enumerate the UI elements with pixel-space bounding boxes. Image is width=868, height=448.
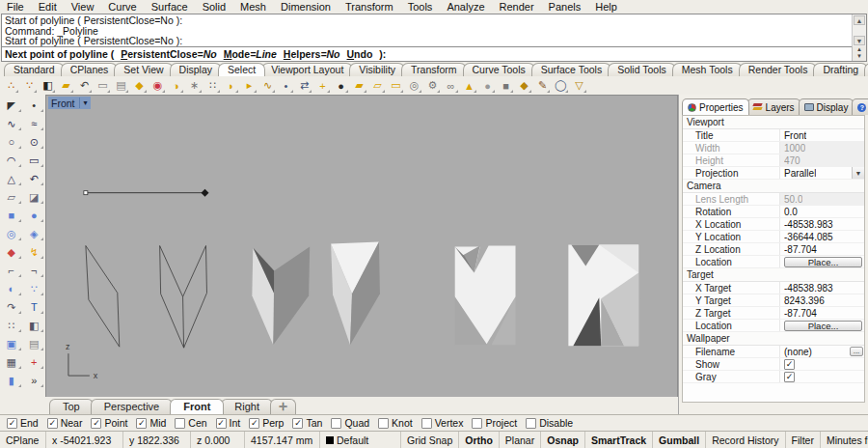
half-disc-icon[interactable]: ◗: [223, 78, 239, 94]
active-layer-selector[interactable]: Default: [320, 432, 401, 448]
toolbar-tab-visibility[interactable]: Visibility: [349, 63, 405, 76]
property-value[interactable]: Parallel▼: [779, 167, 864, 179]
toolbar-tab-standard[interactable]: Standard: [4, 63, 65, 76]
panel-tab-display[interactable]: Display: [799, 98, 854, 115]
prompt-option-label[interactable]: PersistentClose: [121, 48, 197, 60]
spinner-down-icon[interactable]: ▼: [853, 53, 866, 60]
control-curve-icon[interactable]: ≈: [23, 115, 46, 132]
solid-sphere-icon[interactable]: ●: [23, 207, 46, 224]
rectangle-icon[interactable]: ▭: [388, 78, 404, 94]
menu-item-surface[interactable]: Surface: [151, 1, 188, 13]
place-button[interactable]: Place...: [784, 257, 862, 267]
menu-item-solid[interactable]: Solid: [203, 1, 226, 13]
pipe-left-icon[interactable]: ⌐: [0, 262, 23, 279]
osnap-item-knot[interactable]: Knot: [378, 417, 413, 429]
rectangle-icon[interactable]: ▭: [23, 152, 46, 169]
shaded-view-icon[interactable]: ◑: [168, 78, 184, 94]
property-value[interactable]: -48538.983: [779, 218, 864, 230]
osnap-checkbox-quad[interactable]: [331, 418, 341, 429]
scroll-up-icon[interactable]: ▲: [854, 15, 865, 25]
property-value-text[interactable]: -48538.983: [784, 283, 833, 294]
checkbox[interactable]: ✓: [784, 359, 795, 370]
pipe-right-icon[interactable]: ¬: [23, 262, 46, 279]
prompt-option[interactable]: Mode=Line: [224, 48, 277, 60]
stack-icon[interactable]: ▤: [23, 335, 46, 352]
osnap-item-point[interactable]: ✓Point: [91, 417, 127, 429]
osnap-checkbox-cen[interactable]: [175, 418, 185, 429]
open-folder-icon[interactable]: ▰: [58, 78, 74, 94]
chevron-down-icon[interactable]: ▾: [84, 98, 88, 107]
osnap-item-end[interactable]: ✓End: [7, 417, 39, 429]
prompt-option[interactable]: PersistentClose=No: [121, 48, 217, 60]
command-prompt[interactable]: Next point of polyline (PersistentClose=…: [2, 46, 866, 61]
curve-arrow-icon[interactable]: ↷: [0, 298, 23, 316]
toggle-record-history[interactable]: Record History: [706, 432, 785, 448]
property-value-text[interactable]: -87.704: [784, 308, 817, 319]
toolbar-tab-transform[interactable]: Transform: [401, 63, 466, 76]
surface-sweep-icon[interactable]: ◪: [23, 188, 46, 206]
menu-item-edit[interactable]: Edit: [39, 1, 57, 13]
viewport-tab-perspective[interactable]: Perspective: [91, 399, 173, 414]
viewport-tab-front[interactable]: Front: [170, 399, 224, 414]
property-value-text[interactable]: 8243.396: [784, 295, 825, 306]
arc-icon[interactable]: ◠: [0, 152, 23, 169]
toolbar-tab-cplanes[interactable]: CPlanes: [61, 63, 119, 76]
point-cloud-icon[interactable]: ∷: [204, 78, 221, 94]
browse-button[interactable]: ...: [850, 347, 863, 356]
polygon-icon[interactable]: △: [0, 170, 23, 187]
osnap-checkbox-tan[interactable]: ✓: [292, 418, 303, 429]
freehand-curve-icon[interactable]: ∿: [259, 78, 276, 94]
prompt-option[interactable]: Helpers=No: [284, 48, 340, 60]
viewport-title-dropdown[interactable]: Front ▾: [48, 97, 91, 109]
toggle-smarttrack[interactable]: SmartTrack: [585, 432, 653, 448]
move-points-icon[interactable]: ◧: [23, 317, 46, 334]
osnap-checkbox-knot[interactable]: [378, 418, 389, 429]
move-icon[interactable]: +: [314, 78, 331, 94]
circle-icon[interactable]: ○: [0, 133, 23, 151]
toggle-planar[interactable]: Planar: [500, 432, 541, 448]
link-icon[interactable]: ∞: [443, 78, 459, 94]
menu-item-transform[interactable]: Transform: [345, 1, 393, 13]
cplane-selector[interactable]: CPlane: [0, 432, 46, 448]
property-value[interactable]: -48538.983: [779, 282, 864, 294]
array-icon[interactable]: ▦: [0, 353, 23, 371]
prompt-option-label[interactable]: Mode: [224, 48, 250, 60]
property-value[interactable]: 8243.396: [779, 294, 864, 306]
property-value[interactable]: Place...: [779, 320, 864, 331]
osnap-item-perp[interactable]: ✓Perp: [249, 417, 284, 429]
toolbar-tab-select[interactable]: Select: [218, 63, 265, 76]
osnap-item-vertex[interactable]: Vertex: [421, 417, 464, 429]
prompt-option-label[interactable]: Helpers: [284, 48, 321, 60]
dimension-icon[interactable]: ▤: [113, 78, 129, 94]
undo-icon[interactable]: ↶: [76, 78, 93, 94]
menu-item-panels[interactable]: Panels: [549, 1, 582, 13]
property-value-text[interactable]: -87.704: [784, 244, 817, 255]
toolbar-tab-display[interactable]: Display: [170, 63, 222, 76]
boolean-union-icon[interactable]: ◐: [0, 280, 23, 297]
toggle-grid-snap[interactable]: Grid Snap: [401, 432, 459, 448]
osnap-checkbox-mid[interactable]: ✓: [136, 418, 147, 429]
spiral-icon[interactable]: ◎: [406, 78, 422, 94]
object-properties-icon[interactable]: ∴: [3, 78, 19, 94]
property-value[interactable]: -87.704: [779, 243, 864, 255]
toolbar-tab-mesh-tools[interactable]: Mesh Tools: [672, 63, 743, 76]
osnap-item-cen[interactable]: Cen: [175, 417, 206, 429]
osnap-checkbox-point[interactable]: ✓: [91, 418, 101, 429]
menu-item-view[interactable]: View: [71, 1, 95, 13]
command-history-scrollbar[interactable]: ▲ ▼: [852, 14, 866, 46]
toggle-filter[interactable]: Filter: [786, 432, 821, 448]
osnap-checkbox-near[interactable]: ✓: [47, 418, 58, 429]
property-value-text[interactable]: 0.0: [784, 207, 798, 217]
prompt-option-label[interactable]: Undo: [347, 48, 373, 60]
flag-icon[interactable]: ▸: [241, 78, 258, 94]
render-sphere-icon[interactable]: ●: [479, 78, 496, 94]
zoom-lens-icon[interactable]: ◯: [553, 78, 569, 94]
block-icon[interactable]: ◆: [0, 243, 23, 261]
plane-icon[interactable]: ▱: [369, 78, 386, 94]
property-value[interactable]: (none)...: [779, 346, 864, 357]
render-spray-icon[interactable]: ∗: [186, 78, 203, 94]
selection-filter-icon[interactable]: ▽: [571, 78, 587, 94]
toolbar-tab-curve-tools[interactable]: Curve Tools: [463, 63, 535, 76]
osnap-item-quad[interactable]: Quad: [331, 417, 369, 429]
swap-arrows-icon[interactable]: ⇄: [296, 78, 312, 94]
